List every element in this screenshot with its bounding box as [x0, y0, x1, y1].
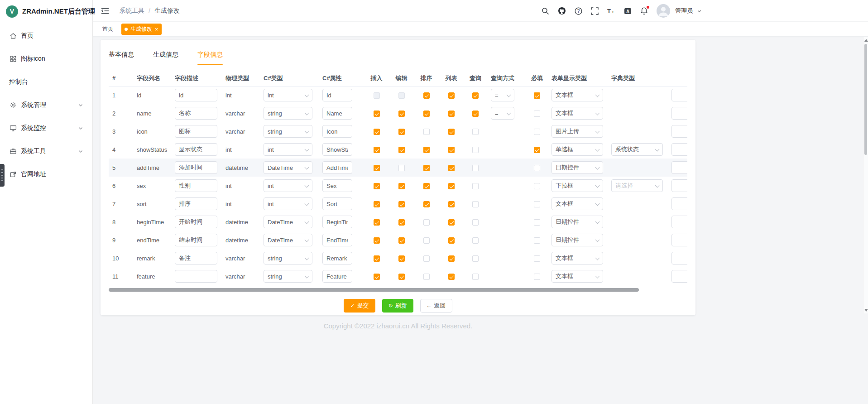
display-type-select[interactable]: 日期控件	[551, 216, 603, 228]
dict-type-select[interactable]: 系统状态	[611, 143, 663, 156]
display-type-select[interactable]: 文本框	[551, 197, 603, 210]
query-checkbox[interactable]	[472, 92, 479, 99]
csharp-type-select[interactable]: string	[264, 107, 312, 120]
list-checkbox[interactable]	[448, 237, 455, 244]
insert-checkbox[interactable]	[374, 274, 380, 280]
csharp-type-select[interactable]: string	[264, 252, 312, 265]
csharp-property-input[interactable]	[322, 179, 352, 192]
insert-checkbox[interactable]	[374, 183, 380, 189]
csharp-type-select[interactable]: DateTime	[264, 234, 312, 246]
search-icon[interactable]	[542, 7, 549, 15]
avatar[interactable]	[657, 4, 670, 18]
description-input[interactable]	[175, 107, 217, 120]
csharp-property-input[interactable]	[322, 252, 352, 265]
display-type-select[interactable]: 文本框	[551, 89, 603, 101]
extra-input[interactable]	[671, 252, 687, 265]
sort-checkbox[interactable]	[423, 274, 430, 280]
fullscreen-icon[interactable]	[591, 7, 599, 15]
required-checkbox[interactable]	[534, 183, 540, 189]
insert-checkbox[interactable]	[374, 147, 380, 153]
description-input[interactable]	[175, 270, 217, 283]
query-checkbox[interactable]	[472, 111, 479, 117]
description-input[interactable]	[175, 216, 217, 228]
tab-generate-info[interactable]: 生成信息	[153, 50, 178, 65]
list-checkbox[interactable]	[448, 219, 455, 226]
description-input[interactable]	[175, 234, 217, 246]
vertical-scrollbar-thumb[interactable]	[864, 44, 867, 155]
sidebar-item-system-admin[interactable]: 系统管理	[0, 93, 92, 116]
query-checkbox[interactable]	[472, 274, 479, 280]
back-button[interactable]: ← 返回	[420, 299, 452, 313]
edit-checkbox[interactable]	[398, 129, 405, 135]
insert-checkbox[interactable]	[374, 111, 380, 117]
query-checkbox[interactable]	[472, 147, 479, 153]
query-checkbox[interactable]	[472, 129, 479, 135]
display-type-select[interactable]: 单选框	[551, 143, 603, 156]
sort-checkbox[interactable]	[423, 92, 430, 99]
sidebar-item-console[interactable]: 控制台	[0, 70, 92, 93]
submit-button[interactable]: ✓ 提交	[344, 299, 375, 313]
query-method-select[interactable]: =	[491, 89, 514, 101]
csharp-type-select[interactable]: int	[264, 179, 312, 192]
required-checkbox[interactable]	[534, 201, 540, 207]
insert-checkbox[interactable]	[374, 201, 380, 207]
sidebar-item-system-monitor[interactable]: 系统监控	[0, 116, 92, 139]
query-checkbox[interactable]	[472, 201, 479, 207]
theme-drawer-handle[interactable]	[0, 164, 5, 187]
display-type-select[interactable]: 图片上传	[551, 125, 603, 138]
list-checkbox[interactable]	[448, 183, 455, 189]
display-type-select[interactable]: 文本框	[551, 270, 603, 283]
list-checkbox[interactable]	[448, 147, 455, 153]
tag-home[interactable]: 首页	[101, 24, 115, 35]
sort-checkbox[interactable]	[423, 111, 430, 117]
csharp-property-input[interactable]	[322, 197, 352, 210]
list-checkbox[interactable]	[448, 255, 455, 262]
query-checkbox[interactable]	[472, 237, 479, 244]
description-input[interactable]	[175, 161, 217, 174]
csharp-property-input[interactable]	[322, 143, 352, 156]
list-checkbox[interactable]	[448, 165, 455, 171]
csharp-property-input[interactable]	[322, 270, 352, 283]
insert-checkbox[interactable]	[374, 165, 380, 171]
extra-input[interactable]	[671, 125, 687, 138]
sidebar-item-home[interactable]: 首页	[0, 24, 92, 47]
query-checkbox[interactable]	[472, 255, 479, 262]
required-checkbox[interactable]	[534, 255, 540, 262]
help-icon[interactable]: ?	[575, 7, 582, 15]
required-checkbox[interactable]	[534, 165, 540, 171]
sidebar-collapse-button[interactable]	[99, 5, 111, 16]
edit-checkbox[interactable]	[398, 201, 405, 207]
description-input[interactable]	[175, 252, 217, 265]
horizontal-scrollbar-thumb[interactable]	[109, 288, 639, 292]
display-type-select[interactable]: 文本框	[551, 107, 603, 120]
chevron-down-icon[interactable]	[697, 9, 702, 14]
description-input[interactable]	[175, 197, 217, 210]
extra-input[interactable]	[671, 216, 687, 228]
csharp-type-select[interactable]: string	[264, 125, 312, 138]
language-icon[interactable]: A	[624, 7, 632, 15]
sort-checkbox[interactable]	[423, 255, 430, 262]
csharp-type-select[interactable]: int	[264, 143, 312, 156]
description-input[interactable]	[175, 143, 217, 156]
extra-input[interactable]	[671, 197, 687, 210]
edit-checkbox[interactable]	[398, 274, 405, 280]
scroll-up-arrow[interactable]	[864, 39, 868, 42]
refresh-button[interactable]: ↻ 刷新	[382, 299, 413, 313]
edit-checkbox[interactable]	[398, 255, 405, 262]
sort-checkbox[interactable]	[423, 183, 430, 189]
sort-checkbox[interactable]	[423, 201, 430, 207]
list-checkbox[interactable]	[448, 129, 455, 135]
extra-input[interactable]	[671, 89, 687, 101]
edit-checkbox[interactable]	[398, 237, 405, 244]
tag-active[interactable]: 生成修改 ×	[121, 24, 162, 35]
sort-checkbox[interactable]	[423, 237, 430, 244]
query-checkbox[interactable]	[472, 219, 479, 226]
required-checkbox[interactable]	[534, 111, 540, 117]
sidebar-item-system-tools[interactable]: 系统工具	[0, 139, 92, 163]
edit-checkbox[interactable]	[398, 219, 405, 226]
query-method-select[interactable]: =	[491, 107, 514, 120]
required-checkbox[interactable]	[534, 274, 540, 280]
edit-checkbox[interactable]	[398, 165, 405, 171]
list-checkbox[interactable]	[448, 111, 455, 117]
query-checkbox[interactable]	[472, 183, 479, 189]
